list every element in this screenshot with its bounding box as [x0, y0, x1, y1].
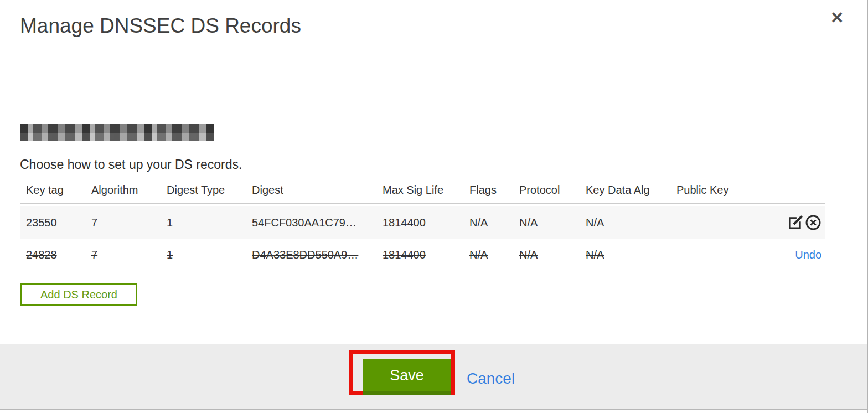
cancel-link[interactable]: Cancel: [467, 370, 515, 388]
table-header-row: Key tag Algorithm Digest Type Digest Max…: [20, 184, 825, 204]
edit-record-icon[interactable]: [787, 214, 804, 231]
column-header-max-sig-life: Max Sig Life: [383, 184, 469, 197]
cell-flags: N/A: [469, 216, 519, 229]
manage-dnssec-ds-records-modal: Manage DNSSEC DS Records ✕ Choose how to…: [0, 0, 868, 413]
cell-key-data-alg: N/A: [586, 216, 676, 229]
cell-algorithm: 7: [91, 249, 167, 261]
cell-key-tag: 24828: [26, 249, 91, 261]
page-title: Manage DNSSEC DS Records: [20, 14, 301, 38]
ds-records-table: Key tag Algorithm Digest Type Digest Max…: [20, 184, 825, 271]
row-actions: [737, 214, 825, 231]
table-row: 23550 7 1 54FCF030AA1C79… 1814400 N/A N/…: [20, 206, 825, 239]
cell-max-sig-life: 1814400: [383, 249, 469, 261]
cell-protocol: N/A: [519, 249, 586, 261]
redacted-domain-name: [20, 124, 214, 141]
column-header-digest: Digest: [252, 184, 383, 197]
instruction-text: Choose how to set up your DS records.: [20, 157, 242, 172]
column-header-key-data-alg: Key Data Alg: [586, 184, 676, 197]
column-header-digest-type: Digest Type: [167, 184, 252, 197]
cell-key-data-alg: N/A: [586, 249, 676, 261]
footer-bar: Save Cancel: [0, 344, 867, 410]
column-header-key-tag: Key tag: [26, 184, 91, 197]
cell-digest-type: 1: [167, 249, 252, 261]
row-actions: Undo: [737, 249, 825, 261]
column-header-algorithm: Algorithm: [91, 184, 167, 197]
undo-link[interactable]: Undo: [795, 249, 822, 261]
close-icon[interactable]: ✕: [830, 10, 844, 26]
cell-digest: D4A33E8DD550A9…: [252, 249, 383, 261]
add-ds-record-button[interactable]: Add DS Record: [20, 283, 137, 306]
cell-digest-type: 1: [167, 216, 252, 229]
cell-key-tag: 23550: [26, 216, 91, 229]
column-header-protocol: Protocol: [519, 184, 586, 197]
cell-max-sig-life: 1814400: [383, 216, 469, 229]
cell-algorithm: 7: [91, 216, 167, 229]
cell-flags: N/A: [469, 249, 519, 261]
cell-digest: 54FCF030AA1C79…: [252, 216, 383, 229]
column-header-flags: Flags: [469, 184, 519, 197]
delete-record-icon[interactable]: [805, 214, 822, 231]
cell-protocol: N/A: [519, 216, 586, 229]
column-header-public-key: Public Key: [676, 184, 737, 197]
table-row: 24828 7 1 D4A33E8DD550A9… 1814400 N/A N/…: [20, 239, 825, 271]
save-button[interactable]: Save: [363, 359, 451, 395]
